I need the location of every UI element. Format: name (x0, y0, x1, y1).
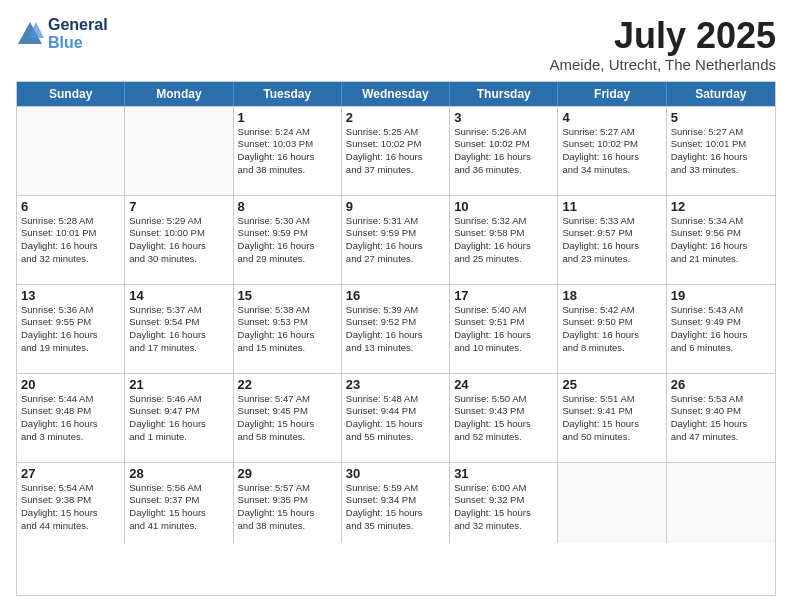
calendar-cell (125, 107, 233, 195)
calendar-cell: 10Sunrise: 5:32 AM Sunset: 9:58 PM Dayli… (450, 196, 558, 284)
calendar-cell: 3Sunrise: 5:26 AM Sunset: 10:02 PM Dayli… (450, 107, 558, 195)
day-number: 3 (454, 110, 553, 125)
calendar-cell: 19Sunrise: 5:43 AM Sunset: 9:49 PM Dayli… (667, 285, 775, 373)
day-number: 30 (346, 466, 445, 481)
calendar-day-header: Thursday (450, 82, 558, 106)
day-number: 14 (129, 288, 228, 303)
day-info: Sunrise: 5:44 AM Sunset: 9:48 PM Dayligh… (21, 393, 120, 444)
day-info: Sunrise: 5:39 AM Sunset: 9:52 PM Dayligh… (346, 304, 445, 355)
day-number: 27 (21, 466, 120, 481)
calendar-body: 1Sunrise: 5:24 AM Sunset: 10:03 PM Dayli… (17, 106, 775, 543)
day-info: Sunrise: 5:27 AM Sunset: 10:02 PM Daylig… (562, 126, 661, 177)
day-number: 16 (346, 288, 445, 303)
day-info: Sunrise: 5:32 AM Sunset: 9:58 PM Dayligh… (454, 215, 553, 266)
day-info: Sunrise: 5:56 AM Sunset: 9:37 PM Dayligh… (129, 482, 228, 533)
calendar-day-header: Saturday (667, 82, 775, 106)
day-info: Sunrise: 5:25 AM Sunset: 10:02 PM Daylig… (346, 126, 445, 177)
day-number: 20 (21, 377, 120, 392)
calendar-cell: 22Sunrise: 5:47 AM Sunset: 9:45 PM Dayli… (234, 374, 342, 462)
calendar-cell: 18Sunrise: 5:42 AM Sunset: 9:50 PM Dayli… (558, 285, 666, 373)
day-info: Sunrise: 5:46 AM Sunset: 9:47 PM Dayligh… (129, 393, 228, 444)
day-number: 21 (129, 377, 228, 392)
day-info: Sunrise: 5:30 AM Sunset: 9:59 PM Dayligh… (238, 215, 337, 266)
calendar-cell: 23Sunrise: 5:48 AM Sunset: 9:44 PM Dayli… (342, 374, 450, 462)
calendar-cell: 1Sunrise: 5:24 AM Sunset: 10:03 PM Dayli… (234, 107, 342, 195)
calendar-cell: 4Sunrise: 5:27 AM Sunset: 10:02 PM Dayli… (558, 107, 666, 195)
calendar-cell: 29Sunrise: 5:57 AM Sunset: 9:35 PM Dayli… (234, 463, 342, 543)
location-title: Ameide, Utrecht, The Netherlands (549, 56, 776, 73)
day-number: 28 (129, 466, 228, 481)
day-number: 7 (129, 199, 228, 214)
calendar-cell: 15Sunrise: 5:38 AM Sunset: 9:53 PM Dayli… (234, 285, 342, 373)
calendar-cell: 13Sunrise: 5:36 AM Sunset: 9:55 PM Dayli… (17, 285, 125, 373)
calendar-cell: 8Sunrise: 5:30 AM Sunset: 9:59 PM Daylig… (234, 196, 342, 284)
day-number: 19 (671, 288, 771, 303)
day-info: Sunrise: 5:34 AM Sunset: 9:56 PM Dayligh… (671, 215, 771, 266)
calendar: SundayMondayTuesdayWednesdayThursdayFrid… (16, 81, 776, 596)
calendar-cell: 21Sunrise: 5:46 AM Sunset: 9:47 PM Dayli… (125, 374, 233, 462)
day-number: 26 (671, 377, 771, 392)
calendar-week: 13Sunrise: 5:36 AM Sunset: 9:55 PM Dayli… (17, 284, 775, 373)
calendar-day-header: Tuesday (234, 82, 342, 106)
month-title: July 2025 (549, 16, 776, 56)
calendar-week: 1Sunrise: 5:24 AM Sunset: 10:03 PM Dayli… (17, 106, 775, 195)
day-number: 11 (562, 199, 661, 214)
calendar-cell: 31Sunrise: 6:00 AM Sunset: 9:32 PM Dayli… (450, 463, 558, 543)
day-info: Sunrise: 5:37 AM Sunset: 9:54 PM Dayligh… (129, 304, 228, 355)
title-area: July 2025 Ameide, Utrecht, The Netherlan… (549, 16, 776, 73)
day-number: 8 (238, 199, 337, 214)
calendar-cell: 26Sunrise: 5:53 AM Sunset: 9:40 PM Dayli… (667, 374, 775, 462)
day-number: 17 (454, 288, 553, 303)
day-info: Sunrise: 5:54 AM Sunset: 9:38 PM Dayligh… (21, 482, 120, 533)
logo-icon (16, 20, 44, 48)
day-number: 18 (562, 288, 661, 303)
calendar-cell: 16Sunrise: 5:39 AM Sunset: 9:52 PM Dayli… (342, 285, 450, 373)
day-number: 23 (346, 377, 445, 392)
day-info: Sunrise: 5:40 AM Sunset: 9:51 PM Dayligh… (454, 304, 553, 355)
calendar-day-header: Friday (558, 82, 666, 106)
logo: General Blue (16, 16, 108, 52)
calendar-day-header: Monday (125, 82, 233, 106)
calendar-cell: 28Sunrise: 5:56 AM Sunset: 9:37 PM Dayli… (125, 463, 233, 543)
day-info: Sunrise: 5:53 AM Sunset: 9:40 PM Dayligh… (671, 393, 771, 444)
calendar-cell: 5Sunrise: 5:27 AM Sunset: 10:01 PM Dayli… (667, 107, 775, 195)
day-number: 9 (346, 199, 445, 214)
day-number: 4 (562, 110, 661, 125)
calendar-cell: 7Sunrise: 5:29 AM Sunset: 10:00 PM Dayli… (125, 196, 233, 284)
calendar-day-header: Sunday (17, 82, 125, 106)
calendar-week: 27Sunrise: 5:54 AM Sunset: 9:38 PM Dayli… (17, 462, 775, 543)
day-info: Sunrise: 5:29 AM Sunset: 10:00 PM Daylig… (129, 215, 228, 266)
calendar-cell: 2Sunrise: 5:25 AM Sunset: 10:02 PM Dayli… (342, 107, 450, 195)
calendar-cell: 24Sunrise: 5:50 AM Sunset: 9:43 PM Dayli… (450, 374, 558, 462)
day-info: Sunrise: 5:31 AM Sunset: 9:59 PM Dayligh… (346, 215, 445, 266)
day-number: 24 (454, 377, 553, 392)
calendar-cell: 27Sunrise: 5:54 AM Sunset: 9:38 PM Dayli… (17, 463, 125, 543)
calendar-day-header: Wednesday (342, 82, 450, 106)
header: General Blue July 2025 Ameide, Utrecht, … (16, 16, 776, 73)
day-info: Sunrise: 5:50 AM Sunset: 9:43 PM Dayligh… (454, 393, 553, 444)
logo-text: General Blue (48, 16, 108, 52)
day-number: 2 (346, 110, 445, 125)
day-number: 12 (671, 199, 771, 214)
day-number: 15 (238, 288, 337, 303)
calendar-cell (558, 463, 666, 543)
calendar-cell: 30Sunrise: 5:59 AM Sunset: 9:34 PM Dayli… (342, 463, 450, 543)
day-info: Sunrise: 5:59 AM Sunset: 9:34 PM Dayligh… (346, 482, 445, 533)
calendar-cell: 17Sunrise: 5:40 AM Sunset: 9:51 PM Dayli… (450, 285, 558, 373)
day-info: Sunrise: 5:36 AM Sunset: 9:55 PM Dayligh… (21, 304, 120, 355)
calendar-week: 20Sunrise: 5:44 AM Sunset: 9:48 PM Dayli… (17, 373, 775, 462)
day-info: Sunrise: 6:00 AM Sunset: 9:32 PM Dayligh… (454, 482, 553, 533)
calendar-cell: 11Sunrise: 5:33 AM Sunset: 9:57 PM Dayli… (558, 196, 666, 284)
calendar-header-row: SundayMondayTuesdayWednesdayThursdayFrid… (17, 82, 775, 106)
day-number: 5 (671, 110, 771, 125)
day-number: 31 (454, 466, 553, 481)
day-info: Sunrise: 5:43 AM Sunset: 9:49 PM Dayligh… (671, 304, 771, 355)
day-number: 1 (238, 110, 337, 125)
calendar-cell (667, 463, 775, 543)
calendar-week: 6Sunrise: 5:28 AM Sunset: 10:01 PM Dayli… (17, 195, 775, 284)
page: General Blue July 2025 Ameide, Utrecht, … (0, 0, 792, 612)
day-number: 25 (562, 377, 661, 392)
day-info: Sunrise: 5:24 AM Sunset: 10:03 PM Daylig… (238, 126, 337, 177)
day-info: Sunrise: 5:27 AM Sunset: 10:01 PM Daylig… (671, 126, 771, 177)
calendar-cell: 12Sunrise: 5:34 AM Sunset: 9:56 PM Dayli… (667, 196, 775, 284)
